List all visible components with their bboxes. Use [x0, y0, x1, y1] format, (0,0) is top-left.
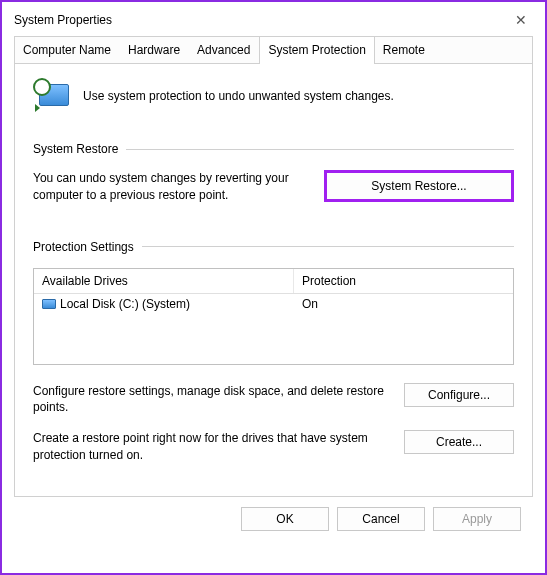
- close-icon[interactable]: ✕: [509, 10, 533, 30]
- tab-computer-name[interactable]: Computer Name: [15, 37, 120, 63]
- configure-row: Configure restore settings, manage disk …: [33, 383, 514, 417]
- drives-table-body: Local Disk (C:) (System) On: [34, 294, 513, 364]
- tab-strip: Computer Name Hardware Advanced System P…: [15, 37, 532, 64]
- tab-remote[interactable]: Remote: [375, 37, 434, 63]
- drive-icon: [42, 299, 56, 309]
- create-text: Create a restore point right now for the…: [33, 430, 384, 464]
- drives-table-header: Available Drives Protection: [34, 269, 513, 294]
- content-area: Computer Name Hardware Advanced System P…: [2, 36, 545, 543]
- system-restore-icon: [33, 78, 69, 114]
- protection-settings-heading: Protection Settings: [33, 240, 134, 254]
- system-restore-button[interactable]: System Restore...: [324, 170, 514, 202]
- system-restore-section-header: System Restore: [33, 142, 514, 156]
- system-restore-row: You can undo system changes by reverting…: [33, 170, 514, 204]
- apply-button[interactable]: Apply: [433, 507, 521, 531]
- intro-row: Use system protection to undo unwanted s…: [33, 78, 514, 114]
- dialog-button-row: OK Cancel Apply: [14, 497, 533, 531]
- table-row[interactable]: Local Disk (C:) (System) On: [34, 294, 513, 314]
- tab-hardware[interactable]: Hardware: [120, 37, 189, 63]
- drives-header-protection[interactable]: Protection: [294, 269, 513, 293]
- drives-header-available[interactable]: Available Drives: [34, 269, 294, 293]
- window-title: System Properties: [14, 13, 112, 27]
- tabs-container: Computer Name Hardware Advanced System P…: [14, 36, 533, 497]
- divider-line: [142, 246, 514, 247]
- intro-text: Use system protection to undo unwanted s…: [83, 89, 394, 103]
- tab-panel-system-protection: Use system protection to undo unwanted s…: [15, 64, 532, 496]
- divider-line: [126, 149, 514, 150]
- ok-button[interactable]: OK: [241, 507, 329, 531]
- drives-table: Available Drives Protection Local Disk (…: [33, 268, 514, 365]
- tab-advanced[interactable]: Advanced: [189, 37, 259, 63]
- configure-button[interactable]: Configure...: [404, 383, 514, 407]
- system-restore-text: You can undo system changes by reverting…: [33, 170, 304, 204]
- drive-protection: On: [302, 297, 505, 311]
- create-button[interactable]: Create...: [404, 430, 514, 454]
- drive-name: Local Disk (C:) (System): [60, 297, 190, 311]
- cancel-button[interactable]: Cancel: [337, 507, 425, 531]
- titlebar: System Properties ✕: [2, 2, 545, 36]
- protection-settings-section-header: Protection Settings: [33, 240, 514, 254]
- create-row: Create a restore point right now for the…: [33, 430, 514, 464]
- tab-system-protection[interactable]: System Protection: [259, 36, 374, 64]
- configure-text: Configure restore settings, manage disk …: [33, 383, 384, 417]
- system-restore-heading: System Restore: [33, 142, 118, 156]
